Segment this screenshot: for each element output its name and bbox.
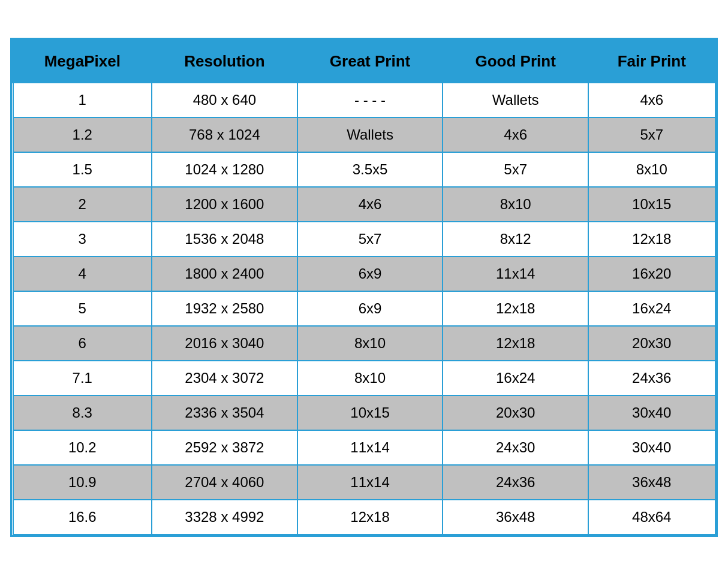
cell-resolution: 2592 x 3872	[152, 430, 297, 465]
table-row: 8.32336 x 350410x1520x3030x40	[13, 395, 715, 430]
cell-megapixel: 7.1	[13, 361, 152, 395]
cell-resolution: 1536 x 2048	[152, 222, 297, 256]
cell-megapixel: 2	[13, 187, 152, 222]
cell-megapixel: 10.2	[13, 430, 152, 465]
header-resolution: Resolution	[152, 40, 297, 82]
cell-megapixel: 3	[13, 222, 152, 256]
cell-good-print: 8x10	[443, 187, 588, 222]
cell-resolution: 2304 x 3072	[152, 361, 297, 395]
cell-megapixel: 8.3	[13, 395, 152, 430]
cell-great-print: 10x15	[297, 395, 443, 430]
cell-great-print: - - - -	[297, 82, 443, 117]
cell-great-print: 12x18	[297, 500, 443, 534]
header-good-print: Good Print	[443, 40, 588, 82]
table-row: 62016 x 30408x1012x1820x30	[13, 326, 715, 361]
table-row: 31536 x 20485x78x1212x18	[13, 222, 715, 256]
cell-fair-print: 10x15	[588, 187, 715, 222]
header-megapixel: MegaPixel	[13, 40, 152, 82]
table-row: 21200 x 16004x68x1010x15	[13, 187, 715, 222]
table-row: 7.12304 x 30728x1016x2424x36	[13, 361, 715, 395]
cell-fair-print: 4x6	[588, 82, 715, 117]
cell-good-print: 12x18	[443, 291, 588, 326]
cell-good-print: 5x7	[443, 152, 588, 187]
cell-resolution: 768 x 1024	[152, 117, 297, 152]
cell-fair-print: 48x64	[588, 500, 715, 534]
table-header-row: MegaPixel Resolution Great Print Good Pr…	[13, 40, 715, 82]
cell-megapixel: 10.9	[13, 465, 152, 500]
cell-great-print: 6x9	[297, 256, 443, 291]
cell-fair-print: 30x40	[588, 395, 715, 430]
table-row: 10.22592 x 387211x1424x3030x40	[13, 430, 715, 465]
cell-good-print: 11x14	[443, 256, 588, 291]
cell-fair-print: 16x24	[588, 291, 715, 326]
cell-resolution: 1200 x 1600	[152, 187, 297, 222]
cell-great-print: 4x6	[297, 187, 443, 222]
cell-megapixel: 1.2	[13, 117, 152, 152]
cell-resolution: 2336 x 3504	[152, 395, 297, 430]
cell-megapixel: 1.5	[13, 152, 152, 187]
table-row: 1.2768 x 1024Wallets4x65x7	[13, 117, 715, 152]
cell-megapixel: 5	[13, 291, 152, 326]
cell-resolution: 1024 x 1280	[152, 152, 297, 187]
print-resolution-table: MegaPixel Resolution Great Print Good Pr…	[10, 38, 718, 537]
cell-resolution: 3328 x 4992	[152, 500, 297, 534]
cell-resolution: 2704 x 4060	[152, 465, 297, 500]
table-row: 1.51024 x 12803.5x55x78x10	[13, 152, 715, 187]
cell-resolution: 1932 x 2580	[152, 291, 297, 326]
cell-great-print: 5x7	[297, 222, 443, 256]
table-row: 51932 x 25806x912x1816x24	[13, 291, 715, 326]
cell-good-print: 24x36	[443, 465, 588, 500]
cell-good-print: 20x30	[443, 395, 588, 430]
cell-good-print: 24x30	[443, 430, 588, 465]
cell-fair-print: 24x36	[588, 361, 715, 395]
cell-great-print: Wallets	[297, 117, 443, 152]
cell-megapixel: 4	[13, 256, 152, 291]
cell-good-print: 8x12	[443, 222, 588, 256]
cell-good-print: Wallets	[443, 82, 588, 117]
cell-fair-print: 5x7	[588, 117, 715, 152]
cell-great-print: 6x9	[297, 291, 443, 326]
table-row: 41800 x 24006x911x1416x20	[13, 256, 715, 291]
cell-fair-print: 36x48	[588, 465, 715, 500]
cell-great-print: 11x14	[297, 465, 443, 500]
cell-great-print: 11x14	[297, 430, 443, 465]
cell-resolution: 1800 x 2400	[152, 256, 297, 291]
table-row: 10.92704 x 406011x1424x3636x48	[13, 465, 715, 500]
cell-great-print: 8x10	[297, 361, 443, 395]
table-row: 16.63328 x 499212x1836x4848x64	[13, 500, 715, 534]
cell-fair-print: 20x30	[588, 326, 715, 361]
cell-fair-print: 12x18	[588, 222, 715, 256]
cell-megapixel: 1	[13, 82, 152, 117]
cell-resolution: 2016 x 3040	[152, 326, 297, 361]
header-fair-print: Fair Print	[588, 40, 715, 82]
cell-good-print: 12x18	[443, 326, 588, 361]
cell-megapixel: 16.6	[13, 500, 152, 534]
cell-good-print: 36x48	[443, 500, 588, 534]
cell-fair-print: 30x40	[588, 430, 715, 465]
cell-good-print: 16x24	[443, 361, 588, 395]
cell-great-print: 8x10	[297, 326, 443, 361]
cell-great-print: 3.5x5	[297, 152, 443, 187]
cell-megapixel: 6	[13, 326, 152, 361]
cell-fair-print: 16x20	[588, 256, 715, 291]
cell-fair-print: 8x10	[588, 152, 715, 187]
cell-resolution: 480 x 640	[152, 82, 297, 117]
header-great-print: Great Print	[297, 40, 443, 82]
table-row: 1480 x 640- - - -Wallets4x6	[13, 82, 715, 117]
cell-good-print: 4x6	[443, 117, 588, 152]
